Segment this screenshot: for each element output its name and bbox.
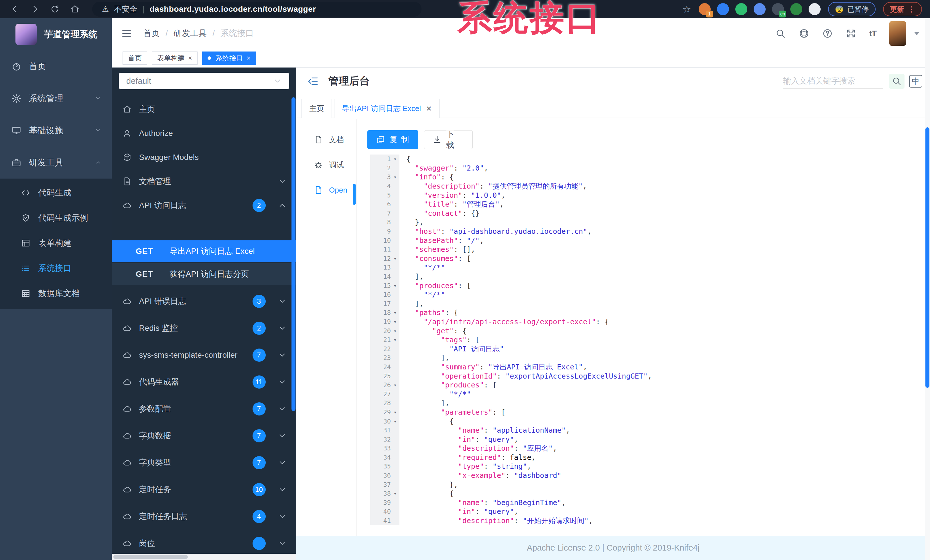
fold-arrow-icon[interactable]: ▾ bbox=[391, 382, 399, 388]
close-icon[interactable]: ✕ bbox=[426, 105, 432, 113]
forward-icon[interactable] bbox=[30, 5, 40, 14]
hscroll-thumb[interactable] bbox=[113, 555, 188, 559]
operation-item-1[interactable]: GET获得API 访问日志分页 bbox=[112, 263, 296, 285]
controller-group-3[interactable]: 代码生成器11 bbox=[112, 368, 296, 396]
json-editor[interactable]: 1▾{2 "swagger": "2.0",3▾ "info": {4 "des… bbox=[370, 155, 924, 536]
sidebar-item-3[interactable]: 研发工具 bbox=[0, 147, 112, 179]
tag-tab-1[interactable]: 表单构建× bbox=[152, 52, 197, 64]
help-icon[interactable] bbox=[822, 28, 833, 38]
doc-tab-0[interactable]: 主页 bbox=[302, 99, 332, 118]
token-p: { bbox=[406, 489, 454, 498]
breadcrumb-tools[interactable]: 研发工具 bbox=[174, 28, 207, 39]
green-leaf-extension[interactable] bbox=[790, 3, 802, 15]
copy-button[interactable]: 复 制 bbox=[367, 130, 418, 149]
controller-group-5[interactable]: 字典数据7 bbox=[112, 422, 296, 449]
back-icon[interactable] bbox=[10, 5, 20, 14]
doc-nav-调试[interactable]: 调试 bbox=[296, 152, 356, 177]
token-s: "提供管理员管理的所有功能" bbox=[488, 182, 583, 190]
doc-menu-item-3[interactable]: 文档管理 bbox=[112, 169, 296, 193]
controller-group-6[interactable]: 字典类型7 bbox=[112, 449, 296, 476]
token-s: "应用名" bbox=[522, 444, 553, 453]
chevron-down-icon[interactable] bbox=[914, 32, 920, 35]
search-icon[interactable] bbox=[775, 28, 786, 38]
sidebar-item-0[interactable]: 首页 bbox=[0, 51, 112, 83]
close-icon[interactable]: × bbox=[246, 54, 251, 62]
doc-search-icon[interactable] bbox=[889, 74, 904, 89]
token-s: "beginBeginTime" bbox=[493, 499, 562, 507]
operation-item-0[interactable]: GET导出API 访问日志 Excel bbox=[112, 240, 296, 262]
sidebar-subitem-label: 表单构建 bbox=[38, 238, 72, 249]
breadcrumb-home[interactable]: 首页 bbox=[143, 28, 160, 39]
fold-arrow-icon[interactable]: ▾ bbox=[391, 418, 399, 424]
blue-drop-extension[interactable] bbox=[717, 3, 729, 15]
doc-menu-item-1[interactable]: Authorize bbox=[112, 121, 296, 145]
controller-group-7[interactable]: 定时任务10 bbox=[112, 476, 296, 503]
code-text: "API 访问日志" bbox=[399, 344, 504, 354]
controller-group-0[interactable]: API 错误日志3 bbox=[112, 288, 296, 315]
hamburger-icon[interactable] bbox=[122, 28, 132, 38]
fold-arrow-icon[interactable]: ▾ bbox=[391, 310, 399, 316]
address-bar[interactable]: ⚠ 不安全 | dashboard.yudao.iocoder.cn/tool/… bbox=[92, 2, 422, 17]
token-p: : { bbox=[441, 173, 454, 181]
doc-panel-scrollbar[interactable] bbox=[291, 97, 296, 411]
home-icon[interactable] bbox=[70, 5, 80, 14]
sidebar-subitem-3[interactable]: 系统接口 bbox=[0, 256, 112, 281]
language-toggle[interactable]: 中 bbox=[909, 75, 922, 87]
fold-arrow-icon[interactable]: ▾ bbox=[391, 156, 399, 162]
fold-arrow-icon[interactable]: ▾ bbox=[391, 328, 399, 334]
doc-nav-文档[interactable]: 文档 bbox=[296, 127, 356, 152]
collapse-menu-icon[interactable] bbox=[307, 75, 319, 87]
download-icon bbox=[433, 135, 442, 144]
close-icon[interactable]: × bbox=[188, 54, 192, 62]
group-select[interactable]: default bbox=[119, 73, 289, 89]
controller-group-2[interactable]: sys-sms-template-controller7 bbox=[112, 342, 296, 368]
sidebar-subitem-0[interactable]: 代码生成 bbox=[0, 180, 112, 206]
fold-arrow-icon[interactable]: ▾ bbox=[391, 174, 399, 180]
tag-tab-2[interactable]: 系统接口× bbox=[202, 52, 256, 64]
fold-arrow-icon[interactable]: ▾ bbox=[391, 491, 399, 497]
code-line: 21▾ "tags": [ bbox=[370, 335, 924, 345]
controller-group-8[interactable]: 定时任务日志4 bbox=[112, 503, 296, 530]
doc-panel-hscrollbar[interactable] bbox=[112, 554, 296, 560]
controller-group-9[interactable]: 岗位 bbox=[112, 530, 296, 557]
tag-tab-0[interactable]: 首页 bbox=[123, 52, 147, 64]
github-icon[interactable] bbox=[799, 28, 809, 38]
orange-ring-extension[interactable]: 1 bbox=[699, 3, 711, 15]
font-size-icon[interactable]: tT bbox=[869, 29, 876, 38]
doc-body: 文档调试Open 复 制 下 载 1▾{2 "swagger": "2.0",3… bbox=[296, 119, 930, 536]
paused-button[interactable]: 😨 已暂停 bbox=[828, 2, 876, 16]
controller-group-4[interactable]: 参数配置7 bbox=[112, 396, 296, 422]
download-button[interactable]: 下 载 bbox=[424, 130, 473, 149]
doc-search-input[interactable] bbox=[783, 74, 883, 89]
fold-arrow-icon[interactable]: ▾ bbox=[391, 337, 399, 343]
doc-menu-item-4[interactable]: API 访问日志2 bbox=[112, 193, 296, 218]
page-scrollbar-thumb[interactable] bbox=[925, 127, 929, 388]
green-check-extension[interactable] bbox=[735, 3, 747, 15]
reload-icon[interactable] bbox=[50, 5, 60, 14]
blue-grid-extension[interactable] bbox=[754, 3, 766, 15]
cn-translate-extension[interactable]: cn bbox=[772, 3, 784, 15]
sidebar-item-2[interactable]: 基础设施 bbox=[0, 115, 112, 147]
sidebar-subitem-2[interactable]: 表单构建 bbox=[0, 231, 112, 256]
bookmark-star-icon[interactable]: ☆ bbox=[682, 3, 691, 15]
sidebar-subitem-1[interactable]: 代码生成示例 bbox=[0, 206, 112, 231]
white-flower-extension[interactable] bbox=[808, 3, 821, 15]
sidebar-item-1[interactable]: 系统管理 bbox=[0, 83, 112, 115]
controller-group-1[interactable]: Redis 监控2 bbox=[112, 315, 296, 342]
sidebar-subitem-4[interactable]: 数据库文档 bbox=[0, 281, 112, 306]
update-button[interactable]: 更新 ⋮ bbox=[883, 2, 922, 16]
fullscreen-icon[interactable] bbox=[846, 28, 856, 38]
sidebar-item-label: 基础设施 bbox=[29, 125, 63, 137]
fold-arrow-icon[interactable]: ▾ bbox=[391, 409, 399, 415]
token-k: "swagger" bbox=[415, 164, 454, 172]
avatar[interactable] bbox=[889, 21, 906, 46]
doc-menu-item-2[interactable]: Swagger Models bbox=[112, 145, 296, 169]
menu-dots-icon[interactable]: ⋮ bbox=[908, 5, 915, 14]
fold-arrow-icon[interactable]: ▾ bbox=[391, 319, 399, 325]
doc-menu-item-0[interactable]: 主页 bbox=[112, 97, 296, 121]
doc-tab-1[interactable]: 导出API 访问日志 Excel✕ bbox=[334, 99, 439, 118]
doc-nav-open[interactable]: Open bbox=[296, 177, 356, 203]
chevron-down-icon bbox=[278, 404, 287, 413]
fold-arrow-icon[interactable]: ▾ bbox=[391, 256, 399, 262]
fold-arrow-icon[interactable]: ▾ bbox=[391, 283, 399, 289]
